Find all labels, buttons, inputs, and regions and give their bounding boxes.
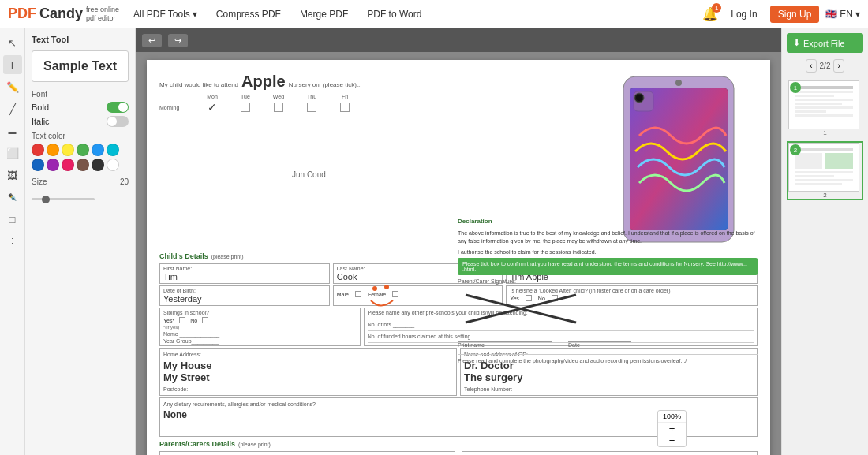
pencil-tool[interactable]: ✏️ bbox=[3, 77, 22, 96]
bold-toggle[interactable] bbox=[107, 102, 129, 113]
svg-rect-18 bbox=[795, 110, 826, 113]
green-terms-box[interactable]: Please tick box to confirm that you have… bbox=[458, 258, 758, 275]
male-checkbox[interactable] bbox=[355, 291, 361, 297]
flag-icon: 🇬🇧 bbox=[825, 9, 837, 20]
color-cyan[interactable] bbox=[107, 144, 119, 156]
color-orange[interactable] bbox=[47, 144, 59, 156]
export-button[interactable]: ⬇ Export File bbox=[787, 33, 863, 53]
color-blue[interactable] bbox=[92, 144, 104, 156]
declaration-title: Declaration bbox=[458, 218, 758, 225]
dob-field: Date of Birth: Yesterday bbox=[159, 285, 330, 306]
check-thu-morning[interactable] bbox=[296, 103, 327, 112]
logo-candy: Candy bbox=[39, 6, 83, 22]
siblings-no[interactable] bbox=[202, 317, 208, 323]
bold-label: Bold bbox=[32, 103, 49, 112]
signature-tool[interactable]: ✒️ bbox=[3, 188, 22, 207]
svg-rect-24 bbox=[795, 171, 853, 173]
next-page-button[interactable]: › bbox=[833, 59, 844, 73]
svg-rect-11 bbox=[792, 84, 855, 127]
color-green[interactable] bbox=[77, 144, 89, 156]
siblings-yes[interactable] bbox=[179, 317, 185, 323]
signup-button[interactable]: Sign Up bbox=[770, 6, 820, 23]
gp-address-value: The surgery bbox=[464, 371, 754, 383]
address-line2: My Street bbox=[163, 371, 453, 383]
nav-right: 🔔 1 Log In Sign Up 🇬🇧 EN ▾ bbox=[702, 6, 860, 23]
parent2-column: Full Name (i) Date of Birth: Relationshi… bbox=[462, 451, 758, 455]
more-tool[interactable]: ⋮ bbox=[3, 232, 22, 251]
day-wed: Wed bbox=[263, 94, 294, 99]
nav-pdf-to-word[interactable]: PDF to Word bbox=[362, 9, 426, 20]
thumb2-badge: 2 bbox=[790, 144, 801, 155]
main-layout: ↖ T ✏️ ╱ ▬ ⬜ 🖼 ✒️ □ ⋮ Text Tool Sample T… bbox=[0, 28, 868, 455]
logo: PDF Candy free online pdf editor bbox=[8, 6, 119, 23]
day-thu: Thu bbox=[296, 94, 327, 99]
svg-rect-22 bbox=[795, 153, 822, 169]
redo-button[interactable]: ↪ bbox=[168, 34, 188, 47]
thumb2-num: 2 bbox=[788, 192, 862, 199]
italic-toggle-row: Italic bbox=[32, 116, 129, 127]
prev-page-button[interactable]: ‹ bbox=[806, 59, 816, 73]
nav-merge[interactable]: Merge PDF bbox=[295, 9, 353, 20]
nav-all-pdf-tools[interactable]: All PDF Tools ▾ bbox=[129, 9, 202, 20]
text-tool[interactable]: T bbox=[3, 55, 22, 74]
eraser-tool[interactable]: ⬜ bbox=[3, 144, 22, 162]
home-address-field: Home Address: My House My Street Postcod… bbox=[159, 348, 457, 396]
check-wed-morning[interactable] bbox=[263, 103, 294, 112]
size-slider[interactable] bbox=[32, 198, 95, 200]
sample-text[interactable]: Sample Text bbox=[32, 50, 129, 82]
color-grid bbox=[32, 144, 129, 171]
color-white[interactable] bbox=[107, 159, 119, 171]
color-dark[interactable] bbox=[92, 159, 104, 171]
shapes-tool[interactable]: □ bbox=[3, 210, 22, 229]
pdf-area: ↩ ↪ My child would like to attend Apple … bbox=[136, 28, 781, 455]
apple-brand: Apple bbox=[241, 73, 286, 91]
day-tue: Tue bbox=[230, 94, 261, 99]
thumb1-badge: 1 bbox=[790, 82, 801, 93]
zoom-in-button[interactable]: + bbox=[658, 423, 686, 434]
color-yellow[interactable] bbox=[62, 144, 74, 156]
line-tool[interactable]: ╱ bbox=[3, 99, 22, 118]
nursery-label: Nursery on bbox=[289, 81, 320, 88]
check-fri-morning[interactable] bbox=[329, 103, 361, 112]
image-tool[interactable]: 🖼 bbox=[3, 166, 22, 185]
pdf-content[interactable]: My child would like to attend Apple Nurs… bbox=[136, 52, 781, 455]
color-pink[interactable] bbox=[62, 159, 74, 171]
thumbnail-2[interactable]: 2 2 bbox=[787, 141, 863, 200]
color-blue2[interactable] bbox=[32, 159, 44, 171]
lang-selector[interactable]: 🇬🇧 EN ▾ bbox=[825, 9, 860, 20]
siblings-field: Siblings in school? Yes* No *(if yes) Na… bbox=[159, 308, 361, 346]
child-details-title: Child's Details bbox=[159, 252, 208, 260]
color-red[interactable] bbox=[32, 144, 44, 156]
logo-tagline: free online pdf editor bbox=[86, 6, 119, 23]
signature-svg bbox=[458, 287, 584, 326]
child-details-note: (please print) bbox=[211, 254, 244, 259]
chevron-down-icon: ▾ bbox=[855, 9, 860, 20]
chevron-down-icon: ▾ bbox=[193, 9, 197, 20]
svg-rect-12 bbox=[795, 86, 853, 89]
color-purple[interactable] bbox=[47, 159, 59, 171]
zoom-out-button[interactable]: − bbox=[658, 434, 686, 446]
bell-icon[interactable]: 🔔 1 bbox=[702, 6, 718, 21]
check-mon-morning[interactable]: ✓ bbox=[196, 101, 228, 114]
italic-toggle[interactable] bbox=[107, 116, 129, 127]
attend-label: My child would like to attend bbox=[159, 81, 238, 88]
logo-text: PDF bbox=[8, 6, 36, 22]
date-label: Date bbox=[568, 342, 631, 348]
svg-rect-16 bbox=[795, 103, 842, 105]
export-icon: ⬇ bbox=[793, 38, 800, 48]
smiley-svg bbox=[363, 281, 410, 320]
nav-compress[interactable]: Compress PDF bbox=[211, 9, 286, 20]
declaration-text2: I authorise the school to claim for the … bbox=[458, 248, 758, 256]
check-tue-morning[interactable] bbox=[230, 103, 261, 112]
thumbnail-1[interactable]: 1 1 bbox=[787, 79, 863, 138]
undo-button[interactable]: ↩ bbox=[142, 34, 162, 47]
topbar: PDF Candy free online pdf editor All PDF… bbox=[0, 0, 868, 28]
page-navigation: ‹ 2/2 › bbox=[787, 59, 863, 73]
cursor-tool[interactable]: ↖ bbox=[3, 33, 22, 52]
page-indicator: 2/2 bbox=[820, 62, 831, 70]
svg-rect-19 bbox=[795, 114, 853, 117]
signin-button[interactable]: Log In bbox=[724, 6, 763, 22]
color-brown[interactable] bbox=[77, 159, 89, 171]
highlight-tool[interactable]: ▬ bbox=[3, 121, 22, 140]
photo-label: Please read and complete the photography… bbox=[458, 354, 758, 364]
